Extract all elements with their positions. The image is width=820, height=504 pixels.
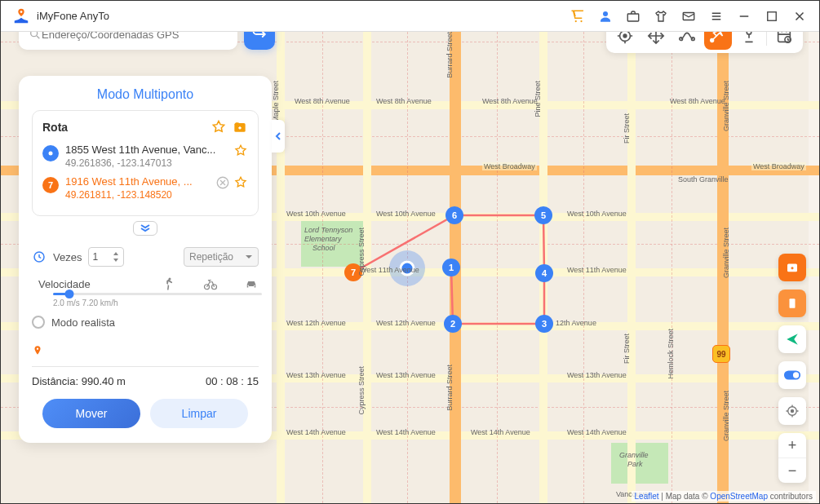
realistic-mode-label: Modo realista bbox=[51, 316, 115, 329]
street-label: West 8th Avenue bbox=[482, 97, 538, 105]
route-panel: Modo Multiponto Rota 1855 West 11th Aven… bbox=[19, 76, 272, 443]
save-route-icon[interactable] bbox=[232, 119, 248, 135]
svg-point-3 bbox=[603, 11, 608, 16]
app-logo-icon bbox=[12, 7, 30, 25]
svg-point-1 bbox=[575, 20, 577, 21]
zoom-out-button[interactable]: − bbox=[778, 458, 806, 483]
svg-point-26 bbox=[680, 38, 683, 41]
waypoint-marker-icon: 7 bbox=[42, 177, 59, 193]
street-label: West 14th Avenue bbox=[376, 428, 436, 436]
street-label: Granville Street bbox=[722, 81, 730, 131]
expand-waypoints-button[interactable] bbox=[133, 221, 157, 236]
mail-icon[interactable] bbox=[680, 8, 697, 24]
walk-icon[interactable] bbox=[162, 276, 177, 291]
favorite-waypoint-icon[interactable] bbox=[233, 144, 248, 158]
waypoint-end: 7 1916 West 11th Avenue, ... 49.261811, … bbox=[42, 175, 248, 201]
remove-waypoint-icon[interactable] bbox=[215, 175, 230, 190]
street-label: Granville Street bbox=[722, 228, 730, 278]
street-label: West 14th Avenue bbox=[286, 428, 346, 436]
favorite-waypoint-icon[interactable] bbox=[233, 175, 248, 190]
move-button[interactable]: Mover bbox=[42, 399, 140, 428]
poi-label: Elementary bbox=[304, 235, 342, 243]
waypoint-start: 1855 West 11th Avenue, Vanc... 49.261836… bbox=[42, 144, 248, 169]
panel-title: Modo Multiponto bbox=[32, 87, 259, 102]
realistic-mode-radio[interactable] bbox=[32, 316, 45, 329]
zoom-in-button[interactable]: + bbox=[778, 433, 806, 458]
svg-point-45 bbox=[791, 410, 794, 413]
add-favorite-button[interactable] bbox=[778, 254, 806, 281]
map-attribution: Leaflet | Map data © OpenStreetMap contr… bbox=[632, 491, 816, 502]
street-label: West 8th Avenue bbox=[376, 97, 432, 105]
street-label: West 11th Avenue bbox=[567, 266, 627, 274]
street-label: Cypress Street bbox=[357, 366, 366, 415]
briefcase-icon[interactable] bbox=[625, 8, 641, 24]
chevron-down-icon bbox=[245, 254, 253, 260]
car-icon[interactable] bbox=[244, 276, 259, 291]
recenter-button[interactable] bbox=[778, 397, 806, 425]
street-label: West 12th Avenue bbox=[286, 319, 346, 327]
waypoint-marker-icon bbox=[42, 145, 59, 161]
svg-point-2 bbox=[580, 20, 582, 21]
svg-text:7: 7 bbox=[351, 267, 356, 277]
clear-button[interactable]: Limpar bbox=[150, 399, 248, 428]
svg-rect-6 bbox=[768, 11, 777, 20]
waypoint-address: 1855 West 11th Avenue, Vanc... bbox=[65, 144, 227, 156]
maximize-icon[interactable] bbox=[764, 8, 780, 24]
osm-link[interactable]: OpenStreetMap bbox=[710, 492, 768, 501]
street-label: West 14th Avenue bbox=[567, 428, 627, 436]
street-label: Fir Street bbox=[623, 334, 631, 364]
street-label: West 11th Avenue bbox=[360, 266, 419, 274]
route-card: Rota 1855 West 11th Avenue, Vanc... 49.2… bbox=[32, 110, 259, 216]
poi-label: Granville bbox=[619, 451, 649, 459]
collapse-panel-button[interactable] bbox=[272, 120, 285, 153]
times-label: Vezes bbox=[53, 251, 82, 263]
distance-label: Distância: 990.40 m bbox=[32, 375, 126, 387]
street-label: West 13th Avenue bbox=[286, 371, 346, 379]
toggle-button[interactable] bbox=[778, 361, 806, 389]
waypoint-coords: 49.261811, -123.148520 bbox=[65, 189, 209, 201]
street-label: South Granville bbox=[678, 175, 729, 183]
street-label: Burrard Street bbox=[445, 32, 454, 78]
shirt-icon[interactable] bbox=[653, 8, 669, 24]
street-label: 12th Avenue bbox=[556, 319, 596, 327]
close-icon[interactable] bbox=[791, 8, 808, 24]
street-label: Granville Street bbox=[722, 391, 730, 441]
cart-icon[interactable] bbox=[570, 8, 586, 24]
street-label: West 13th Avenue bbox=[376, 371, 436, 379]
menu-icon[interactable] bbox=[708, 8, 725, 24]
route-label: Rota bbox=[42, 121, 68, 134]
street-label: Maple Street bbox=[272, 81, 280, 122]
repeat-select[interactable]: Repetição bbox=[184, 247, 259, 267]
svg-point-27 bbox=[692, 38, 695, 41]
svg-point-43 bbox=[793, 372, 799, 378]
street-label: Fir Street bbox=[623, 113, 631, 144]
svg-text:5: 5 bbox=[541, 210, 546, 220]
poi-label: Lord Tennyson bbox=[304, 226, 352, 234]
titlebar-actions bbox=[570, 8, 808, 24]
street-label: Cypress Street bbox=[357, 228, 366, 276]
svg-text:1: 1 bbox=[449, 263, 454, 272]
svg-point-33 bbox=[49, 152, 53, 156]
svg-point-28 bbox=[711, 39, 714, 42]
minimize-icon[interactable] bbox=[736, 8, 752, 24]
favorite-route-icon[interactable] bbox=[211, 119, 227, 135]
street-label: West 10th Avenue bbox=[376, 210, 436, 218]
street-label: Pine Street bbox=[534, 81, 542, 117]
app-title: iMyFone AnyTo bbox=[37, 10, 570, 22]
street-label: West 8th Avenue bbox=[670, 97, 725, 105]
street-label: West 10th Avenue bbox=[567, 210, 627, 218]
svg-text:2: 2 bbox=[450, 319, 455, 329]
user-icon[interactable] bbox=[597, 8, 614, 24]
poi-label: School bbox=[312, 244, 335, 252]
svg-rect-4 bbox=[627, 14, 639, 21]
stepper-icon[interactable] bbox=[112, 250, 120, 263]
speed-slider[interactable] bbox=[53, 293, 262, 295]
bike-icon[interactable] bbox=[203, 276, 218, 291]
leaflet-link[interactable]: Leaflet bbox=[635, 492, 659, 501]
pin-icon bbox=[32, 343, 259, 361]
times-input[interactable]: 1 bbox=[88, 247, 124, 267]
device-button[interactable] bbox=[778, 290, 806, 317]
send-button[interactable] bbox=[778, 325, 806, 353]
street-label: West 10th Avenue bbox=[286, 210, 346, 218]
street-label: West 8th Avenue bbox=[295, 97, 350, 105]
